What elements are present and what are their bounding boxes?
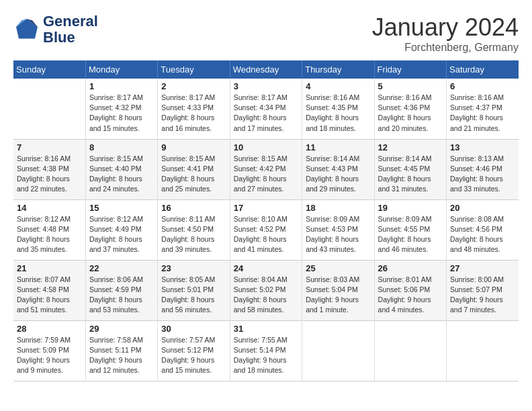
day-number: 23 [161,263,226,273]
day-detail: Sunrise: 8:10 AM Sunset: 4:52 PM Dayligh… [234,214,298,255]
day-detail: Sunrise: 8:16 AM Sunset: 4:35 PM Dayligh… [306,93,370,134]
day-number: 6 [450,81,515,91]
calendar-cell: 30Sunrise: 7:57 AM Sunset: 5:12 PM Dayli… [158,320,230,381]
calendar-cell: 31Sunrise: 7:55 AM Sunset: 5:14 PM Dayli… [230,320,302,381]
calendar-week-row: 28Sunrise: 7:59 AM Sunset: 5:09 PM Dayli… [13,320,519,381]
day-detail: Sunrise: 8:15 AM Sunset: 4:41 PM Dayligh… [161,154,226,195]
month-title: January 2024 [372,13,519,42]
day-number: 14 [17,203,82,213]
calendar-cell: 23Sunrise: 8:05 AM Sunset: 5:01 PM Dayli… [158,260,230,320]
day-detail: Sunrise: 7:55 AM Sunset: 5:14 PM Dayligh… [234,335,298,376]
day-detail: Sunrise: 7:59 AM Sunset: 5:09 PM Dayligh… [17,335,82,376]
day-detail: Sunrise: 8:13 AM Sunset: 4:46 PM Dayligh… [450,154,515,195]
calendar-cell: 9Sunrise: 8:15 AM Sunset: 4:41 PM Daylig… [158,139,230,199]
weekday-header: Friday [374,60,446,79]
weekday-header: Saturday [447,60,519,79]
day-number: 11 [306,142,370,152]
day-detail: Sunrise: 8:00 AM Sunset: 5:07 PM Dayligh… [450,275,515,316]
day-number: 3 [234,81,298,91]
calendar-cell: 21Sunrise: 8:07 AM Sunset: 4:58 PM Dayli… [13,260,85,320]
calendar-cell [13,79,85,139]
calendar-cell: 20Sunrise: 8:08 AM Sunset: 4:56 PM Dayli… [447,199,519,260]
day-detail: Sunrise: 8:14 AM Sunset: 4:43 PM Dayligh… [306,154,370,195]
logo: General Blue [13,13,98,46]
calendar-table: SundayMondayTuesdayWednesdayThursdayFrid… [13,60,519,381]
day-detail: Sunrise: 8:12 AM Sunset: 4:48 PM Dayligh… [17,214,82,255]
title-area: January 2024 Forchtenberg, Germany [372,13,519,54]
calendar-cell: 16Sunrise: 8:11 AM Sunset: 4:50 PM Dayli… [158,199,230,260]
day-number: 25 [306,263,370,273]
weekday-header: Sunday [13,60,85,79]
calendar-cell: 10Sunrise: 8:15 AM Sunset: 4:42 PM Dayli… [230,139,302,199]
day-number: 13 [450,142,515,152]
calendar-cell: 12Sunrise: 8:14 AM Sunset: 4:45 PM Dayli… [374,139,446,199]
day-detail: Sunrise: 8:15 AM Sunset: 4:40 PM Dayligh… [89,154,154,195]
calendar-week-row: 1Sunrise: 8:17 AM Sunset: 4:32 PM Daylig… [13,79,519,139]
day-number: 31 [234,324,298,334]
calendar-cell: 7Sunrise: 8:16 AM Sunset: 4:38 PM Daylig… [13,139,85,199]
day-number: 29 [89,324,154,334]
calendar-cell: 18Sunrise: 8:09 AM Sunset: 4:53 PM Dayli… [302,199,374,260]
day-detail: Sunrise: 8:05 AM Sunset: 5:01 PM Dayligh… [161,275,226,316]
day-number: 28 [17,324,82,334]
day-detail: Sunrise: 8:09 AM Sunset: 4:53 PM Dayligh… [306,214,370,255]
calendar-cell: 24Sunrise: 8:04 AM Sunset: 5:02 PM Dayli… [230,260,302,320]
day-detail: Sunrise: 8:16 AM Sunset: 4:38 PM Dayligh… [17,154,82,195]
logo-icon [13,16,40,43]
day-number: 18 [306,203,370,213]
calendar-header-row: SundayMondayTuesdayWednesdayThursdayFrid… [13,60,519,79]
calendar-cell: 13Sunrise: 8:13 AM Sunset: 4:46 PM Dayli… [447,139,519,199]
calendar-cell: 22Sunrise: 8:06 AM Sunset: 4:59 PM Dayli… [85,260,157,320]
calendar-cell: 28Sunrise: 7:59 AM Sunset: 5:09 PM Dayli… [13,320,85,381]
day-number: 27 [450,263,515,273]
day-detail: Sunrise: 8:17 AM Sunset: 4:32 PM Dayligh… [89,93,154,134]
day-number: 5 [378,81,443,91]
calendar-week-row: 14Sunrise: 8:12 AM Sunset: 4:48 PM Dayli… [13,199,519,260]
day-number: 20 [450,203,515,213]
location-subtitle: Forchtenberg, Germany [372,42,519,54]
day-detail: Sunrise: 8:04 AM Sunset: 5:02 PM Dayligh… [234,275,298,316]
weekday-header: Wednesday [230,60,302,79]
day-number: 10 [234,142,298,152]
day-number: 17 [234,203,298,213]
calendar-cell: 25Sunrise: 8:03 AM Sunset: 5:04 PM Dayli… [302,260,374,320]
day-number: 8 [89,142,154,152]
calendar-cell [302,320,374,381]
calendar-cell: 2Sunrise: 8:17 AM Sunset: 4:33 PM Daylig… [158,79,230,139]
calendar-week-row: 21Sunrise: 8:07 AM Sunset: 4:58 PM Dayli… [13,260,519,320]
calendar-cell: 5Sunrise: 8:16 AM Sunset: 4:36 PM Daylig… [374,79,446,139]
calendar-cell [447,320,519,381]
day-number: 7 [17,142,82,152]
day-number: 22 [89,263,154,273]
day-detail: Sunrise: 7:57 AM Sunset: 5:12 PM Dayligh… [161,335,226,376]
weekday-header: Thursday [302,60,374,79]
day-detail: Sunrise: 8:14 AM Sunset: 4:45 PM Dayligh… [378,154,443,195]
calendar-cell: 1Sunrise: 8:17 AM Sunset: 4:32 PM Daylig… [85,79,157,139]
day-detail: Sunrise: 8:09 AM Sunset: 4:55 PM Dayligh… [378,214,443,255]
day-detail: Sunrise: 8:07 AM Sunset: 4:58 PM Dayligh… [17,275,82,316]
calendar-cell: 4Sunrise: 8:16 AM Sunset: 4:35 PM Daylig… [302,79,374,139]
calendar-cell: 8Sunrise: 8:15 AM Sunset: 4:40 PM Daylig… [85,139,157,199]
day-number: 9 [161,142,226,152]
weekday-header: Tuesday [158,60,230,79]
day-number: 19 [378,203,443,213]
calendar-cell: 17Sunrise: 8:10 AM Sunset: 4:52 PM Dayli… [230,199,302,260]
page-header: General Blue January 2024 Forchtenberg, … [13,13,519,54]
day-detail: Sunrise: 8:08 AM Sunset: 4:56 PM Dayligh… [450,214,515,255]
day-detail: Sunrise: 8:17 AM Sunset: 4:33 PM Dayligh… [161,93,226,134]
day-number: 16 [161,203,226,213]
calendar-cell: 19Sunrise: 8:09 AM Sunset: 4:55 PM Dayli… [374,199,446,260]
weekday-header: Monday [85,60,157,79]
day-number: 30 [161,324,226,334]
calendar-cell: 11Sunrise: 8:14 AM Sunset: 4:43 PM Dayli… [302,139,374,199]
day-detail: Sunrise: 8:15 AM Sunset: 4:42 PM Dayligh… [234,154,298,195]
day-number: 1 [89,81,154,91]
day-detail: Sunrise: 8:01 AM Sunset: 5:06 PM Dayligh… [378,275,443,316]
calendar-cell: 6Sunrise: 8:16 AM Sunset: 4:37 PM Daylig… [447,79,519,139]
calendar-cell: 29Sunrise: 7:58 AM Sunset: 5:11 PM Dayli… [85,320,157,381]
day-detail: Sunrise: 8:03 AM Sunset: 5:04 PM Dayligh… [306,275,370,316]
day-detail: Sunrise: 8:16 AM Sunset: 4:37 PM Dayligh… [450,93,515,134]
day-detail: Sunrise: 8:16 AM Sunset: 4:36 PM Dayligh… [378,93,443,134]
calendar-cell: 14Sunrise: 8:12 AM Sunset: 4:48 PM Dayli… [13,199,85,260]
day-detail: Sunrise: 8:12 AM Sunset: 4:49 PM Dayligh… [89,214,154,255]
